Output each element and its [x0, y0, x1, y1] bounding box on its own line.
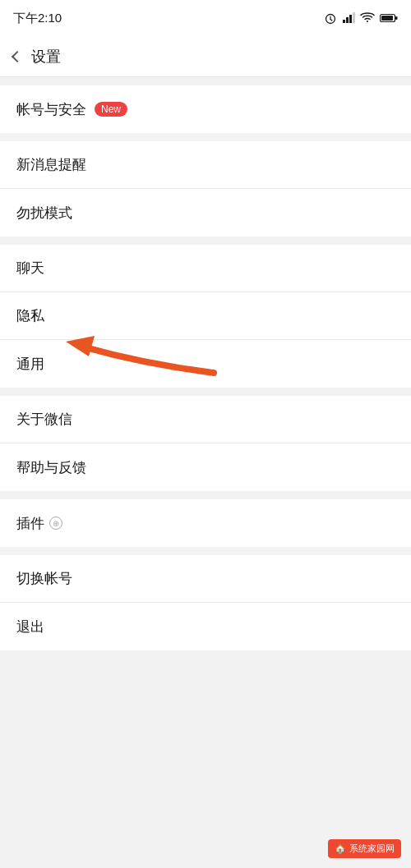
- svg-rect-4: [346, 17, 349, 23]
- menu-item-privacy[interactable]: 隐私: [0, 292, 411, 340]
- new-badge: New: [95, 102, 127, 117]
- menu-item-switch-account[interactable]: 切换帐号: [0, 555, 411, 603]
- help-label: 帮助与反馈: [16, 458, 86, 477]
- plugins-label: 插件: [16, 514, 44, 533]
- general-label: 通用: [16, 355, 44, 374]
- alarm-icon: [324, 11, 337, 25]
- menu-group-about: 关于微信 帮助与反馈: [0, 396, 411, 491]
- page-title: 设置: [31, 47, 61, 67]
- battery-icon: [380, 13, 398, 23]
- menu-item-new-message[interactable]: 新消息提醒: [0, 141, 411, 189]
- chat-label: 聊天: [16, 259, 44, 278]
- menu-group-notifications: 新消息提醒 勿扰模式: [0, 141, 411, 237]
- dnd-label: 勿扰模式: [16, 204, 72, 223]
- menu-item-help[interactable]: 帮助与反馈: [0, 443, 411, 491]
- menu-group-account: 帐号与安全 New: [0, 85, 411, 133]
- status-time: 下午2:10: [13, 11, 62, 26]
- section-divider-3: [0, 237, 411, 245]
- section-divider-2: [0, 133, 411, 141]
- wifi-icon: [360, 12, 375, 24]
- menu-item-account-security[interactable]: 帐号与安全 New: [0, 85, 411, 133]
- watermark: 🏠 系统家园网: [328, 839, 401, 858]
- menu-item-dnd[interactable]: 勿扰模式: [0, 189, 411, 237]
- menu-item-about-wechat[interactable]: 关于微信: [0, 396, 411, 443]
- menu-item-logout[interactable]: 退出: [0, 603, 411, 650]
- new-message-label: 新消息提醒: [16, 155, 86, 174]
- status-icons: [324, 11, 398, 25]
- menu-item-general[interactable]: 通用: [0, 340, 411, 388]
- svg-rect-3: [343, 20, 345, 23]
- svg-rect-6: [353, 12, 355, 23]
- privacy-label: 隐私: [16, 306, 44, 325]
- menu-item-plugins[interactable]: 插件 ⊕: [0, 499, 411, 547]
- account-security-label: 帐号与安全: [16, 100, 86, 119]
- section-divider-5: [0, 491, 411, 499]
- menu-item-chat[interactable]: 聊天: [0, 245, 411, 292]
- svg-rect-8: [381, 16, 393, 21]
- svg-line-2: [330, 20, 332, 21]
- svg-rect-5: [349, 15, 352, 23]
- back-button[interactable]: [13, 53, 21, 61]
- switch-account-label: 切换帐号: [16, 569, 72, 588]
- about-wechat-label: 关于微信: [16, 410, 72, 429]
- plugin-icon: ⊕: [49, 517, 62, 530]
- menu-group-plugins: 插件 ⊕: [0, 499, 411, 547]
- bottom-space: [0, 650, 411, 700]
- menu-group-settings: 聊天 隐私 通用: [0, 245, 411, 388]
- watermark-icon: 🏠: [335, 843, 346, 854]
- logout-label: 退出: [16, 618, 44, 636]
- signal-icon: [342, 11, 355, 25]
- status-bar: 下午2:10: [0, 0, 411, 36]
- back-arrow-icon: [12, 50, 23, 62]
- watermark-text: 系统家园网: [349, 843, 395, 855]
- header: 设置: [0, 36, 411, 77]
- svg-rect-9: [395, 16, 398, 20]
- section-divider-6: [0, 547, 411, 555]
- menu-group-account-actions: 切换帐号 退出: [0, 555, 411, 650]
- section-divider-4: [0, 388, 411, 396]
- section-divider-1: [0, 77, 411, 85]
